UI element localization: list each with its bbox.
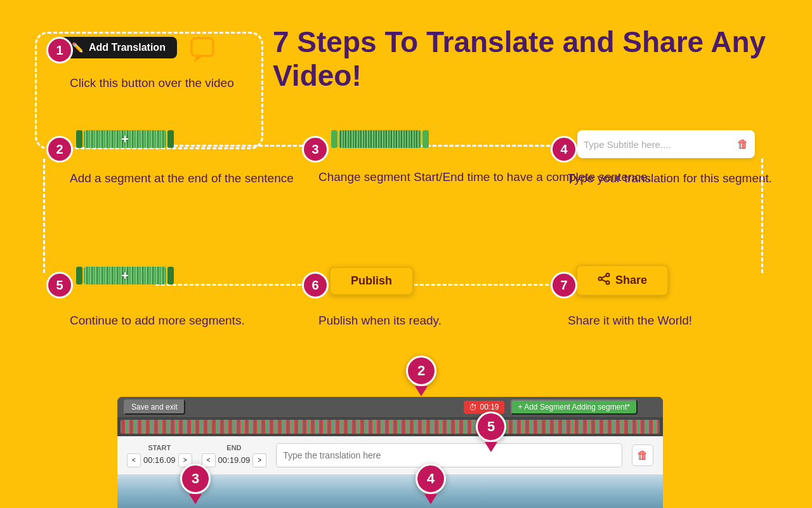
step4-description: Type your translation for this segment. [568, 170, 772, 187]
step7-description: Share it with the World! [568, 312, 692, 330]
seg-plus-icon: + [121, 132, 129, 147]
seg-arrow-left-2 [76, 130, 82, 148]
seg-waveform-3 [339, 130, 421, 148]
pin-3-circle: 3 [180, 464, 211, 494]
seg-arrow-right-2 [167, 130, 174, 148]
svg-line-5 [601, 276, 606, 278]
seg-plus-icon-5: + [121, 269, 129, 283]
page-title: 7 Steps To Translate and Share Any Video… [273, 25, 774, 93]
step6-circle: 6 [302, 272, 329, 298]
end-time-control: END < 00:19.09 > [202, 444, 267, 467]
seg-arrow-left-3 [331, 130, 337, 148]
floating-pin-5: 5 [476, 411, 506, 452]
seg-arrow-right-5 [167, 267, 174, 284]
svg-point-3 [599, 277, 602, 281]
vert-connector-left [43, 159, 45, 273]
step1-circle: 1 [46, 37, 73, 64]
row1-connector1 [157, 145, 303, 147]
floating-pin-2: 2 [406, 356, 436, 396]
pin-2-circle: 2 [406, 356, 436, 386]
share-label: Share [615, 274, 647, 287]
vert-connector-right [761, 159, 763, 273]
add-translation-label: Add Translation [89, 42, 166, 53]
end-next-button[interactable]: > [252, 453, 266, 467]
title-area: 7 Steps To Translate and Share Any Video… [273, 25, 774, 93]
row2-connector2 [403, 284, 549, 286]
step5-circle: 5 [46, 272, 73, 298]
step2-description: Add a segment at the end of the sentence [70, 170, 294, 187]
share-button[interactable]: Share [576, 265, 669, 296]
end-time-row: < 00:19.09 > [202, 453, 267, 467]
share-icon [598, 272, 610, 288]
pencil-icon: ✏️ [72, 42, 84, 53]
step6-description: Publish when its ready. [318, 312, 442, 330]
pin-5-circle: 5 [476, 411, 506, 442]
pin-5-tail [485, 442, 497, 452]
step3-widget [331, 130, 429, 148]
publish-label: Publish [351, 274, 392, 287]
add-translation-button[interactable]: ✏️ Add Translation [60, 37, 177, 58]
row2-connector1 [155, 284, 301, 286]
step1-description: Click this button over the video [70, 75, 234, 92]
end-time-value: 00:19.09 [218, 455, 251, 465]
step5-widget: + [76, 267, 174, 284]
step2-widget: + [76, 130, 174, 148]
publish-button[interactable]: Publish [329, 267, 414, 295]
seg-arrow-right-3 [422, 130, 429, 148]
start-label: START [148, 444, 171, 451]
svg-line-6 [601, 279, 606, 282]
waveform-display [121, 420, 660, 434]
connector-dot-1 [759, 145, 761, 147]
end-label: END [226, 444, 241, 451]
subtitle-placeholder-text: Type Subtitle here.... [584, 139, 737, 150]
subtitle-input-area: Type Subtitle here.... 🗑 [577, 130, 755, 158]
step5-description: Continue to add more segments. [70, 312, 245, 330]
save-exit-button[interactable]: Save and exit [124, 399, 185, 415]
timer-icon: ⏱ [469, 403, 477, 412]
waveform-row [117, 417, 663, 436]
time-value: 00:19 [480, 403, 499, 411]
step2-circle: 2 [46, 136, 73, 163]
step4-circle: 4 [551, 136, 577, 163]
add-segment-button[interactable]: + Add Segment Adding segment* [511, 399, 638, 415]
seg-waveform-2: + [84, 130, 166, 148]
start-time-value: 00:16.09 [143, 455, 176, 465]
start-prev-button[interactable]: < [127, 453, 141, 467]
pin-4-circle: 4 [416, 464, 446, 494]
floating-pin-3: 3 [180, 464, 211, 504]
step3-circle: 3 [302, 136, 329, 163]
svg-rect-0 [192, 38, 213, 56]
step7-circle: 7 [551, 272, 577, 298]
svg-point-2 [606, 274, 610, 277]
screenshot-toolbar: Save and exit ⏱ 00:19 + Add Segment Addi… [117, 397, 663, 417]
translation-input[interactable] [276, 443, 622, 467]
pin-2-tail [415, 386, 428, 396]
seg-waveform-5: + [84, 267, 166, 284]
delete-segment-button[interactable]: 🗑 [632, 444, 653, 466]
pin-4-tail [424, 494, 437, 504]
delete-icon[interactable]: 🗑 [737, 138, 749, 151]
comment-bubble-icon [190, 37, 218, 65]
floating-pin-4: 4 [416, 464, 446, 504]
seg-arrow-left-5 [76, 267, 82, 284]
pin-3-tail [189, 494, 202, 504]
svg-point-4 [606, 281, 610, 284]
